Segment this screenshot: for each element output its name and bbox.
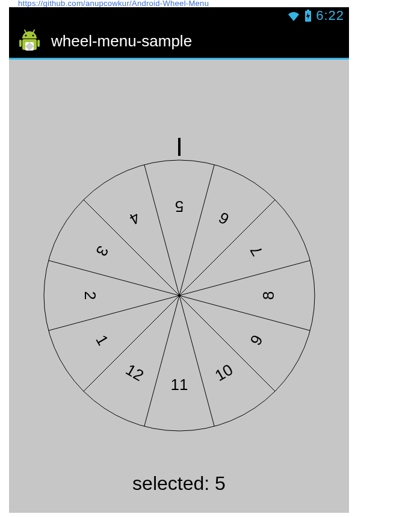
svg-line-11 [179, 165, 214, 296]
wheel-segment-label: 4 [126, 208, 143, 228]
wheel-pointer-mark [178, 138, 181, 156]
device-frame: 6:22 wheel-menu-sample [9, 7, 349, 513]
svg-line-13 [179, 261, 310, 296]
wheel-segment-label: 9 [246, 332, 266, 348]
selected-prefix: selected: [132, 472, 209, 494]
clock-time: 6:22 [316, 8, 344, 23]
battery-charging-icon [304, 9, 312, 22]
svg-point-5 [32, 35, 34, 37]
svg-line-20 [48, 261, 179, 296]
wheel-segment-label: 3 [92, 243, 112, 259]
svg-rect-9 [37, 40, 40, 47]
wheel-menu[interactable]: 567891011121234 [41, 157, 318, 434]
action-bar: wheel-menu-sample [9, 24, 349, 58]
android-app-icon [16, 28, 43, 54]
selected-value: 5 [215, 472, 226, 494]
wheel-segment-label: 10 [211, 361, 235, 385]
status-bar: 6:22 [9, 7, 349, 24]
svg-line-14 [179, 296, 310, 330]
wheel-segment-label: 1 [92, 332, 112, 348]
wheel-segment-label: 6 [215, 208, 232, 228]
selected-label: selected: 5 [9, 472, 349, 495]
wheel-segment-label: 2 [81, 291, 99, 300]
svg-line-22 [144, 165, 179, 296]
svg-line-17 [144, 296, 179, 426]
svg-point-4 [25, 35, 27, 37]
wheel-segment-label: 8 [259, 291, 277, 300]
svg-line-19 [48, 296, 179, 330]
wheel-segment-label: 7 [246, 243, 266, 259]
wheel-segment-label: 12 [123, 361, 147, 385]
wheel-segment-label: 5 [174, 197, 183, 215]
svg-rect-8 [19, 40, 22, 47]
app-title: wheel-menu-sample [51, 32, 192, 51]
svg-rect-1 [307, 10, 309, 11]
content-area: 567891011121234 selected: 5 [9, 60, 349, 513]
svg-line-16 [179, 296, 214, 426]
wheel-segment-label: 11 [170, 376, 188, 394]
wifi-icon [287, 10, 300, 21]
